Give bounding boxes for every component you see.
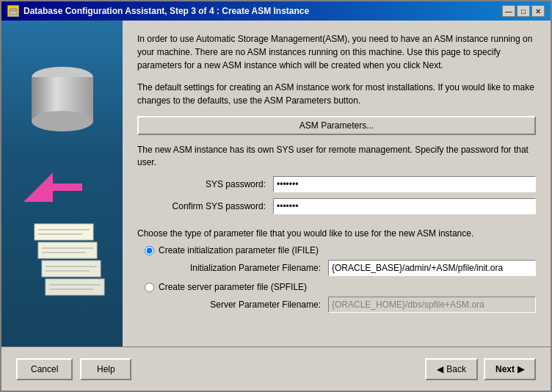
left-panel-illustration	[1, 26, 123, 341]
svg-rect-15	[46, 279, 104, 295]
init-filename-input[interactable]	[328, 260, 536, 276]
left-panel	[1, 21, 123, 346]
back-arrow-icon: ◀	[437, 364, 443, 374]
maximize-button[interactable]: □	[517, 5, 530, 17]
confirm-password-input[interactable]	[273, 198, 536, 214]
confirm-password-label: Confirm SYS password:	[137, 201, 273, 211]
radio-section-desc: Choose the type of parameter file that y…	[137, 228, 536, 240]
asm-parameters-button[interactable]: ASM Parameters...	[137, 116, 536, 135]
sys-password-label: SYS password:	[137, 179, 273, 189]
confirm-password-row: Confirm SYS password:	[137, 198, 536, 214]
svg-rect-9	[38, 242, 97, 258]
server-filename-label: Server Parameter Filename:	[159, 300, 328, 310]
left-panel-background	[1, 21, 123, 346]
title-bar: Database Configuration Assistant, Step 3…	[1, 1, 551, 21]
next-label: Next	[495, 364, 515, 374]
svg-rect-6	[34, 224, 93, 240]
svg-point-1	[10, 8, 17, 11]
cancel-button[interactable]: Cancel	[16, 358, 73, 380]
sys-password-row: SYS password:	[137, 176, 536, 192]
svg-point-4	[32, 111, 93, 131]
svg-rect-12	[42, 261, 101, 277]
spfile-radio[interactable]	[145, 283, 154, 292]
ifile-radio[interactable]	[145, 246, 154, 255]
help-button[interactable]: Help	[80, 358, 131, 380]
bottom-right-buttons: ◀ Back Next ▶	[425, 358, 536, 380]
ifile-radio-label[interactable]: Create initialization parameter file (IF…	[159, 245, 319, 255]
window-icon	[7, 5, 19, 17]
init-filename-label: Initialization Parameter Filename:	[159, 263, 328, 273]
back-label: Back	[446, 364, 466, 374]
init-filename-row: Initialization Parameter Filename:	[159, 260, 536, 276]
main-window: Database Configuration Assistant, Step 3…	[0, 0, 552, 392]
ifile-radio-row: Create initialization parameter file (IF…	[145, 245, 536, 255]
window-title: Database Configuration Assistant, Step 3…	[23, 6, 309, 16]
bottom-bar: Cancel Help ◀ Back Next ▶	[1, 346, 551, 391]
back-button[interactable]: ◀ Back	[425, 358, 478, 380]
right-panel: In order to use Automatic Storage Manage…	[123, 21, 551, 346]
sys-password-input[interactable]	[273, 176, 536, 192]
content-area: In order to use Automatic Storage Manage…	[1, 21, 551, 346]
section-description: The new ASM instance has its own SYS use…	[137, 144, 536, 169]
close-button[interactable]: ✕	[531, 5, 545, 17]
description1: In order to use Automatic Storage Manage…	[137, 32, 536, 72]
minimize-button[interactable]: —	[502, 5, 515, 17]
next-arrow-icon: ▶	[518, 364, 524, 374]
server-filename-input	[328, 297, 536, 313]
description2: The default settings for creating an ASM…	[137, 81, 536, 107]
server-filename-row: Server Parameter Filename:	[159, 297, 536, 313]
radio-section: Choose the type of parameter file that y…	[137, 228, 536, 319]
bottom-left-buttons: Cancel Help	[16, 358, 131, 380]
next-button[interactable]: Next ▶	[484, 358, 536, 380]
spfile-radio-row: Create server parameter file (SPFILE)	[145, 282, 536, 292]
svg-marker-5	[23, 173, 82, 202]
spfile-radio-label[interactable]: Create server parameter file (SPFILE)	[159, 282, 307, 292]
